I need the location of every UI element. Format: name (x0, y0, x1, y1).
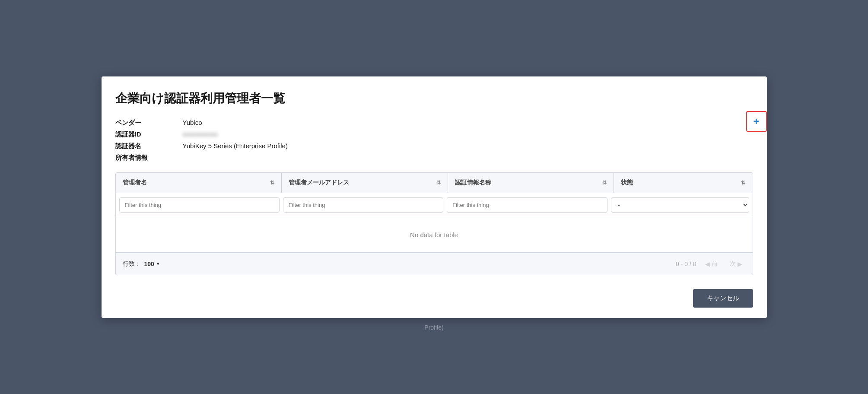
rows-label: 行数： (123, 260, 141, 268)
id-label: 認証器ID (115, 130, 176, 139)
rows-per-page-arrow: ▼ (156, 261, 160, 266)
cancel-section: キャンセル (115, 289, 753, 308)
prev-page-arrow: ◀ (705, 261, 710, 267)
data-table: 管理者名 ⇅ 管理者メールアドレス ⇅ 認証情報名称 ⇅ 状態 ⇅ (115, 172, 753, 275)
next-page-button[interactable]: 次 ▶ (726, 258, 746, 270)
next-page-arrow: ▶ (738, 261, 742, 267)
info-section: ベンダー Yubico 認証器ID ●●●●●●●●● 認証器名 YubiKey… (115, 119, 753, 162)
cancel-button[interactable]: キャンセル (693, 289, 753, 308)
column-label-auth-name: 認証情報名称 (455, 179, 491, 187)
sort-icon-status[interactable]: ⇅ (741, 180, 745, 186)
id-value: ●●●●●●●●● (183, 130, 753, 139)
column-header-admin-name[interactable]: 管理者名 ⇅ (116, 173, 282, 193)
page-title: 企業向け認証器利用管理者一覧 (115, 90, 753, 107)
owner-value (183, 154, 753, 162)
table-footer: 行数： 100 ▼ 0 - 0 / 0 ◀ 前 次 ▶ (116, 253, 753, 275)
rows-per-page-value: 100 (144, 261, 154, 267)
column-label-admin-email: 管理者メールアドレス (289, 179, 349, 187)
column-header-admin-email[interactable]: 管理者メールアドレス ⇅ (282, 173, 448, 193)
vendor-label: ベンダー (115, 119, 176, 127)
rows-per-page-selector[interactable]: 100 ▼ (144, 261, 160, 267)
no-data-message: No data for table (116, 217, 753, 253)
filter-status[interactable]: - 有効 無効 (611, 197, 749, 213)
prev-page-button[interactable]: ◀ 前 (702, 258, 721, 270)
modal-dialog: 企業向け認証器利用管理者一覧 ベンダー Yubico 認証器ID ●●●●●●●… (102, 76, 767, 318)
sort-icon-admin-name[interactable]: ⇅ (270, 180, 274, 186)
column-label-status: 状態 (621, 179, 633, 187)
filter-admin-name[interactable] (119, 197, 280, 213)
add-button-container: + (746, 111, 767, 132)
pagination-info: 0 - 0 / 0 (676, 261, 696, 267)
table-header: 管理者名 ⇅ 管理者メールアドレス ⇅ 認証情報名称 ⇅ 状態 ⇅ (116, 173, 753, 193)
info-grid: ベンダー Yubico 認証器ID ●●●●●●●●● 認証器名 YubiKey… (115, 119, 753, 162)
column-label-admin-name: 管理者名 (123, 179, 147, 187)
column-header-auth-name[interactable]: 認証情報名称 ⇅ (448, 173, 614, 193)
sort-icon-auth-name[interactable]: ⇅ (602, 180, 607, 186)
pagination: 0 - 0 / 0 ◀ 前 次 ▶ (676, 258, 745, 270)
filter-row: - 有効 無効 (116, 193, 753, 217)
filter-auth-name[interactable] (447, 197, 607, 213)
add-button[interactable]: + (746, 111, 767, 132)
modal-overlay: 企業向け認証器利用管理者一覧 ベンダー Yubico 認証器ID ●●●●●●●… (102, 76, 767, 318)
column-header-status[interactable]: 状態 ⇅ (614, 173, 752, 193)
background-hint: Profile) (424, 324, 443, 331)
owner-label: 所有者情報 (115, 154, 176, 162)
next-page-label: 次 (730, 260, 736, 268)
vendor-value: Yubico (183, 119, 753, 127)
prev-page-label: 前 (712, 260, 718, 268)
sort-icon-admin-email[interactable]: ⇅ (436, 180, 441, 186)
name-label: 認証器名 (115, 142, 176, 150)
filter-admin-email[interactable] (283, 197, 443, 213)
name-value: YubiKey 5 Series (Enterprise Profile) (183, 142, 753, 150)
